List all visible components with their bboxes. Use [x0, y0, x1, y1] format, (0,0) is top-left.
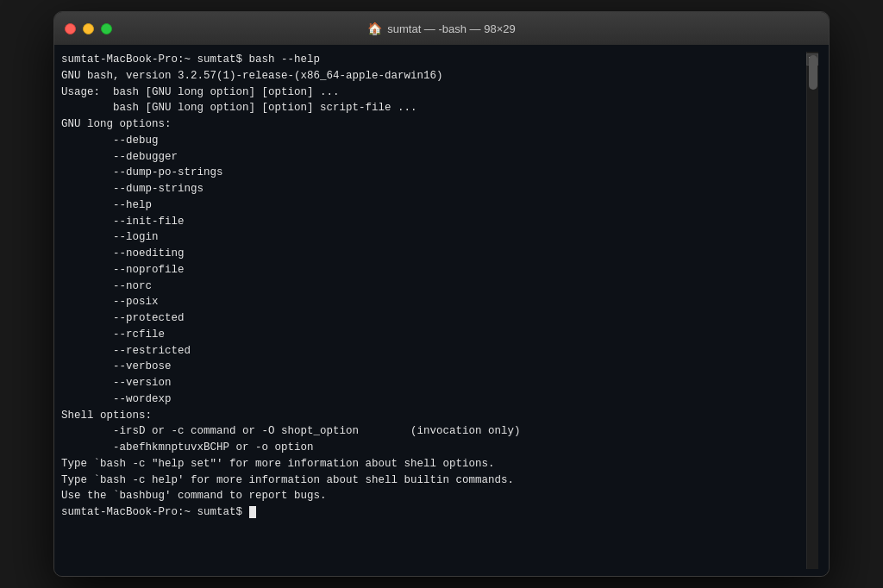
cursor	[249, 506, 256, 518]
terminal-window: 🏠 sumtat — -bash — 98×29 sumtat-MacBook-…	[53, 11, 830, 577]
maximize-button[interactable]	[101, 23, 112, 34]
minimize-button[interactable]	[83, 23, 94, 34]
terminal-output: sumtat-MacBook-Pro:~ sumtat$ bash --help…	[61, 52, 806, 521]
terminal-content: sumtat-MacBook-Pro:~ sumtat$ bash --help…	[61, 52, 806, 569]
close-button[interactable]	[65, 23, 76, 34]
traffic-lights	[65, 23, 112, 34]
scrollbar-thumb[interactable]	[809, 55, 817, 90]
titlebar: 🏠 sumtat — -bash — 98×29	[54, 12, 829, 45]
house-icon: 🏠	[367, 22, 382, 35]
terminal-body[interactable]: sumtat-MacBook-Pro:~ sumtat$ bash --help…	[54, 45, 829, 576]
scrollbar[interactable]	[806, 52, 818, 569]
window-title: 🏠 sumtat — -bash — 98×29	[367, 22, 516, 35]
